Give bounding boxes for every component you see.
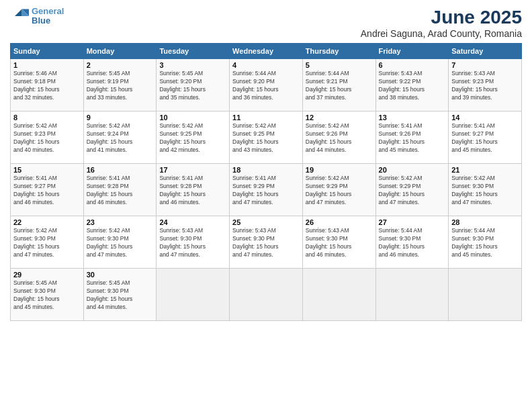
day-detail: Sunrise: 5:46 AM Sunset: 9:18 PM Dayligh… [13, 70, 81, 102]
week-row-3: 15Sunrise: 5:41 AM Sunset: 9:27 PM Dayli… [11, 164, 522, 216]
day-detail: Sunrise: 5:41 AM Sunset: 9:27 PM Dayligh… [13, 175, 81, 207]
day-detail: Sunrise: 5:44 AM Sunset: 9:21 PM Dayligh… [306, 70, 373, 102]
day-cell [157, 269, 230, 321]
day-cell: 25Sunrise: 5:43 AM Sunset: 9:30 PM Dayli… [230, 216, 303, 269]
day-cell: 2Sunrise: 5:45 AM Sunset: 9:19 PM Daylig… [83, 59, 157, 111]
day-cell: 28Sunrise: 5:44 AM Sunset: 9:30 PM Dayli… [449, 216, 522, 269]
day-cell [230, 269, 303, 321]
day-cell: 10Sunrise: 5:42 AM Sunset: 9:25 PM Dayli… [157, 111, 230, 164]
day-number: 30 [87, 271, 154, 279]
day-detail: Sunrise: 5:41 AM Sunset: 9:26 PM Dayligh… [379, 122, 446, 154]
day-number: 23 [87, 218, 154, 226]
week-row-5: 29Sunrise: 5:45 AM Sunset: 9:30 PM Dayli… [11, 269, 522, 321]
day-detail: Sunrise: 5:41 AM Sunset: 9:29 PM Dayligh… [232, 175, 300, 207]
day-number: 18 [232, 166, 300, 174]
page: General Blue June 2025 Andrei Saguna, Ar… [0, 0, 532, 411]
day-cell: 9Sunrise: 5:42 AM Sunset: 9:24 PM Daylig… [83, 111, 157, 164]
header-row: SundayMondayTuesdayWednesdayThursdayFrid… [11, 44, 522, 59]
day-cell: 18Sunrise: 5:41 AM Sunset: 9:29 PM Dayli… [230, 164, 303, 216]
day-detail: Sunrise: 5:42 AM Sunset: 9:23 PM Dayligh… [13, 122, 81, 154]
day-detail: Sunrise: 5:44 AM Sunset: 9:30 PM Dayligh… [451, 227, 519, 259]
day-cell: 4Sunrise: 5:44 AM Sunset: 9:20 PM Daylig… [230, 59, 303, 111]
day-detail: Sunrise: 5:43 AM Sunset: 9:30 PM Dayligh… [306, 227, 373, 259]
day-number: 1 [13, 61, 81, 69]
day-number: 15 [13, 166, 81, 174]
day-number: 5 [306, 61, 373, 69]
day-detail: Sunrise: 5:45 AM Sunset: 9:30 PM Dayligh… [87, 279, 154, 312]
day-number: 19 [306, 166, 373, 174]
svg-marker-3 [15, 9, 22, 17]
day-detail: Sunrise: 5:41 AM Sunset: 9:28 PM Dayligh… [87, 175, 154, 207]
logo-text: General Blue [32, 7, 64, 26]
day-cell: 14Sunrise: 5:41 AM Sunset: 9:27 PM Dayli… [449, 111, 522, 164]
day-number: 4 [232, 61, 300, 69]
day-number: 8 [13, 113, 81, 122]
day-number: 3 [159, 61, 226, 69]
day-cell [302, 269, 375, 321]
day-cell: 7Sunrise: 5:43 AM Sunset: 9:23 PM Daylig… [449, 59, 522, 111]
day-number: 26 [306, 218, 373, 226]
week-row-4: 22Sunrise: 5:42 AM Sunset: 9:30 PM Dayli… [11, 216, 522, 269]
day-detail: Sunrise: 5:41 AM Sunset: 9:27 PM Dayligh… [451, 122, 519, 154]
day-detail: Sunrise: 5:42 AM Sunset: 9:30 PM Dayligh… [13, 227, 81, 259]
day-number: 22 [13, 218, 81, 226]
header-cell-friday: Friday [375, 44, 449, 59]
subtitle: Andrei Saguna, Arad County, Romania [361, 28, 522, 39]
day-number: 21 [451, 166, 519, 174]
day-number: 16 [87, 166, 154, 174]
day-detail: Sunrise: 5:42 AM Sunset: 9:25 PM Dayligh… [159, 122, 226, 154]
day-cell: 19Sunrise: 5:42 AM Sunset: 9:29 PM Dayli… [302, 164, 375, 216]
calendar-table: SundayMondayTuesdayWednesdayThursdayFrid… [10, 43, 522, 321]
day-cell: 27Sunrise: 5:44 AM Sunset: 9:30 PM Dayli… [375, 216, 449, 269]
day-cell: 30Sunrise: 5:45 AM Sunset: 9:30 PM Dayli… [83, 269, 157, 321]
week-row-1: 1Sunrise: 5:46 AM Sunset: 9:18 PM Daylig… [11, 59, 522, 111]
week-row-2: 8Sunrise: 5:42 AM Sunset: 9:23 PM Daylig… [11, 111, 522, 164]
day-cell: 15Sunrise: 5:41 AM Sunset: 9:27 PM Dayli… [11, 164, 84, 216]
day-number: 24 [159, 218, 226, 226]
day-detail: Sunrise: 5:45 AM Sunset: 9:20 PM Dayligh… [159, 70, 226, 102]
day-number: 17 [159, 166, 226, 174]
header-cell-tuesday: Tuesday [157, 44, 230, 59]
day-number: 9 [87, 113, 154, 122]
day-cell: 21Sunrise: 5:42 AM Sunset: 9:30 PM Dayli… [449, 164, 522, 216]
title-block: June 2025 Andrei Saguna, Arad County, Ro… [361, 7, 522, 39]
day-cell: 6Sunrise: 5:43 AM Sunset: 9:22 PM Daylig… [375, 59, 449, 111]
day-cell [375, 269, 449, 321]
day-number: 2 [87, 61, 154, 69]
day-number: 7 [451, 61, 519, 69]
day-cell: 16Sunrise: 5:41 AM Sunset: 9:28 PM Dayli… [83, 164, 157, 216]
day-detail: Sunrise: 5:42 AM Sunset: 9:26 PM Dayligh… [306, 122, 373, 154]
day-cell: 24Sunrise: 5:43 AM Sunset: 9:30 PM Dayli… [157, 216, 230, 269]
day-detail: Sunrise: 5:43 AM Sunset: 9:23 PM Dayligh… [451, 70, 519, 102]
day-number: 28 [451, 218, 519, 226]
day-detail: Sunrise: 5:41 AM Sunset: 9:28 PM Dayligh… [159, 175, 226, 207]
logo-icon [10, 7, 29, 26]
day-cell: 3Sunrise: 5:45 AM Sunset: 9:20 PM Daylig… [157, 59, 230, 111]
day-number: 27 [379, 218, 446, 226]
header-cell-thursday: Thursday [302, 44, 375, 59]
day-number: 20 [379, 166, 446, 174]
day-number: 13 [379, 113, 446, 122]
day-number: 25 [232, 218, 300, 226]
day-cell: 13Sunrise: 5:41 AM Sunset: 9:26 PM Dayli… [375, 111, 449, 164]
main-title: June 2025 [361, 7, 522, 28]
day-detail: Sunrise: 5:43 AM Sunset: 9:30 PM Dayligh… [159, 227, 226, 259]
day-cell: 1Sunrise: 5:46 AM Sunset: 9:18 PM Daylig… [11, 59, 84, 111]
header-cell-wednesday: Wednesday [230, 44, 303, 59]
day-number: 12 [306, 113, 373, 122]
day-detail: Sunrise: 5:42 AM Sunset: 9:24 PM Dayligh… [87, 122, 154, 154]
day-detail: Sunrise: 5:45 AM Sunset: 9:30 PM Dayligh… [13, 279, 81, 312]
day-number: 14 [451, 113, 519, 122]
header-cell-saturday: Saturday [449, 44, 522, 59]
header-cell-monday: Monday [83, 44, 157, 59]
day-detail: Sunrise: 5:42 AM Sunset: 9:29 PM Dayligh… [306, 175, 373, 207]
day-cell: 11Sunrise: 5:42 AM Sunset: 9:25 PM Dayli… [230, 111, 303, 164]
day-cell [449, 269, 522, 321]
day-cell: 12Sunrise: 5:42 AM Sunset: 9:26 PM Dayli… [302, 111, 375, 164]
day-cell: 5Sunrise: 5:44 AM Sunset: 9:21 PM Daylig… [302, 59, 375, 111]
day-number: 29 [13, 271, 81, 279]
day-detail: Sunrise: 5:44 AM Sunset: 9:20 PM Dayligh… [232, 70, 300, 102]
day-cell: 26Sunrise: 5:43 AM Sunset: 9:30 PM Dayli… [302, 216, 375, 269]
day-number: 11 [232, 113, 300, 122]
day-cell: 22Sunrise: 5:42 AM Sunset: 9:30 PM Dayli… [11, 216, 84, 269]
